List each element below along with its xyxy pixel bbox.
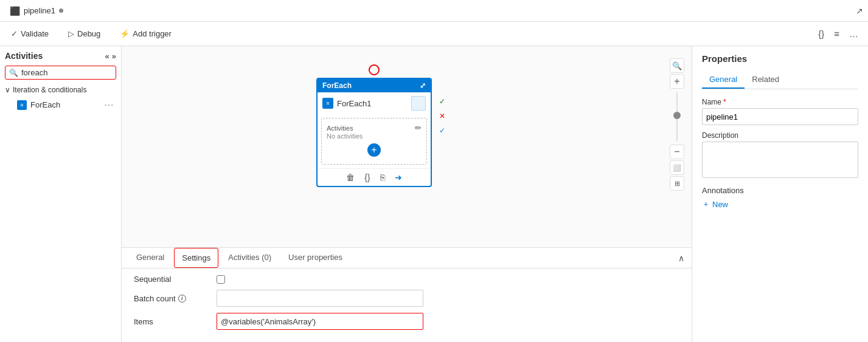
pipeline-icon: ⬛ <box>10 6 20 16</box>
zoom-controls: 🔍 + − ⬜ ⊞ <box>670 58 684 191</box>
tab-user-properties-label: User properties <box>288 253 342 262</box>
sidebar-search-box[interactable]: 🔍 <box>5 66 116 80</box>
more-icon-btn[interactable]: … <box>847 26 861 41</box>
tab-general-label: General <box>136 253 164 262</box>
batch-count-input[interactable] <box>217 290 423 307</box>
zoom-track <box>676 92 678 141</box>
code-icon-btn[interactable]: {} <box>816 26 827 41</box>
plus-icon: ＋ <box>702 199 710 210</box>
validate-label: Validate <box>21 29 49 38</box>
code-icon[interactable]: {} <box>364 173 370 182</box>
side-icon-fail: ✕ <box>437 111 448 121</box>
batch-count-row: Batch count i <box>134 290 679 307</box>
activities-label: Activities <box>327 125 353 132</box>
foreach-card-thumb <box>411 96 426 111</box>
edit-pencil-icon[interactable]: ✏ <box>415 123 422 132</box>
foreach-inner-header: Activities ✏ <box>327 123 422 132</box>
foreach-side-icons: ✓ ✕ ✓ <box>437 96 448 136</box>
prop-annotations-label: Annotations <box>702 186 858 195</box>
batch-count-info-icon: i <box>178 295 186 303</box>
toolbar: ✓ Validate ▷ Debug ⚡ Add trigger {} ≡ … <box>0 22 868 46</box>
new-label: New <box>712 200 728 209</box>
delete-icon[interactable]: 🗑 <box>346 173 355 182</box>
zoom-out-btn[interactable]: − <box>670 145 684 159</box>
foreach-card-title: ForEach <box>322 81 352 90</box>
debug-icon: ▷ <box>68 29 74 38</box>
foreach-inner-icon: ≡ <box>322 98 333 109</box>
bottom-content: Sequential Batch count i Items <box>122 268 692 342</box>
expand-icon[interactable]: ↗ <box>856 6 863 16</box>
prop-description-label: Description <box>702 131 858 140</box>
validate-icon: ✓ <box>11 29 18 38</box>
foreach-item-more[interactable]: ⋯ <box>104 99 114 111</box>
fit-btn[interactable]: ⬜ <box>670 160 684 175</box>
add-icon: + <box>371 145 377 156</box>
foreach-bottom-icons: 🗑 {} ⎘ ➜ <box>318 168 431 186</box>
no-activities-label: No activities <box>327 132 422 140</box>
sidebar-title: Activities <box>5 51 43 61</box>
copy-icon[interactable]: ⎘ <box>380 173 385 182</box>
prop-tab-related-label: Related <box>752 75 779 84</box>
prop-name-input[interactable] <box>702 108 858 125</box>
prop-tab-related[interactable]: Related <box>745 71 786 89</box>
foreach-card-header: ForEach ⤢ <box>318 79 431 92</box>
category-label: Iteration & conditionals <box>13 86 86 94</box>
pipeline-name: pipeline1 <box>24 6 55 15</box>
sidebar-category[interactable]: ∨ Iteration & conditionals <box>0 82 121 95</box>
sidebar-header: Activities « » <box>0 46 121 63</box>
tab-settings[interactable]: Settings <box>174 248 218 268</box>
prop-tab-general-label: General <box>709 75 737 84</box>
sequential-checkbox[interactable] <box>217 275 225 284</box>
tab-settings-label: Settings <box>182 253 210 262</box>
sidebar-header-icons: « » <box>105 52 116 61</box>
search-zoom-btn[interactable]: 🔍 <box>670 58 684 73</box>
sequential-row: Sequential <box>134 275 679 284</box>
prop-description-textarea[interactable] <box>702 142 858 178</box>
tab-activities-label: Activities (0) <box>228 253 271 262</box>
foreach-card[interactable]: ForEach ⤢ ≡ ForEach1 Activities ✏ <box>316 78 432 187</box>
navigate-icon[interactable]: ➜ <box>395 173 402 182</box>
pipeline-title: ⬛ pipeline1 <box>5 6 68 16</box>
properties-title: Properties <box>702 53 858 64</box>
debug-button[interactable]: ▷ Debug <box>64 27 104 41</box>
bottom-collapse-btn[interactable]: ∧ <box>678 253 684 263</box>
validate-button[interactable]: ✓ Validate <box>7 27 52 41</box>
tab-user-properties[interactable]: User properties <box>281 248 350 268</box>
add-trigger-button[interactable]: ⚡ Add trigger <box>116 27 175 41</box>
foreach-card-body: ≡ ForEach1 <box>318 92 431 114</box>
tab-general[interactable]: General <box>129 248 172 268</box>
items-label: Items <box>134 317 207 326</box>
search-input[interactable] <box>21 68 112 77</box>
sidebar-expand-icon[interactable]: » <box>112 52 116 61</box>
sidebar-collapse-icon[interactable]: « <box>105 52 109 61</box>
canvas-main[interactable]: ForEach ⤢ ≡ ForEach1 Activities ✏ <box>122 46 692 247</box>
zoom-in-btn[interactable]: + <box>670 74 684 89</box>
foreach-card-name: ForEach1 <box>337 99 371 108</box>
chevron-down-icon: ∨ <box>5 86 10 94</box>
prop-tab-general[interactable]: General <box>702 71 745 89</box>
side-icon-complete: ✓ <box>437 125 448 136</box>
top-bar: ⬛ pipeline1 ↗ <box>0 0 868 22</box>
unsaved-dot <box>59 9 63 13</box>
items-input[interactable] <box>217 313 423 330</box>
items-row: Items <box>134 313 679 330</box>
zoom-slider[interactable] <box>670 92 684 141</box>
properties-tabs: General Related <box>702 71 858 89</box>
canvas-area: ForEach ⤢ ≡ ForEach1 Activities ✏ <box>122 46 692 342</box>
tab-activities[interactable]: Activities (0) <box>221 248 279 268</box>
sequential-label: Sequential <box>134 275 207 284</box>
debug-label: Debug <box>77 29 100 38</box>
foreach-inner-box: Activities ✏ No activities + <box>321 118 427 165</box>
sidebar-item-foreach[interactable]: ≡ ForEach ⋯ <box>2 96 119 114</box>
bottom-panel: General Settings Activities (0) User pro… <box>122 247 692 342</box>
foreach-add-button[interactable]: + <box>367 143 381 157</box>
params-icon-btn[interactable]: ≡ <box>832 26 842 41</box>
foreach-expand-icon[interactable]: ⤢ <box>420 81 426 90</box>
main-layout: Activities « » 🔍 ∨ Iteration & condition… <box>0 46 868 342</box>
grid-btn[interactable]: ⊞ <box>670 176 684 191</box>
batch-count-label: Batch count i <box>134 294 207 303</box>
prop-new-annotation-btn[interactable]: ＋ New <box>702 199 858 210</box>
foreach-activity-icon: ≡ <box>17 100 27 110</box>
side-icon-success: ✓ <box>437 96 448 107</box>
bottom-tabs: General Settings Activities (0) User pro… <box>122 248 692 268</box>
